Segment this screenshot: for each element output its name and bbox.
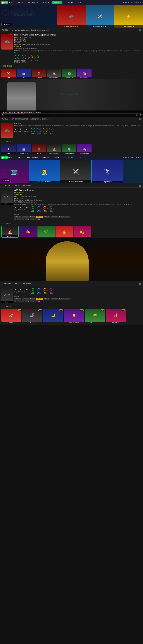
got2-season-2[interactable]: 2Season [22, 298, 29, 300]
rec2-xmen[interactable]: ⚡ X-Men [2, 144, 16, 154]
hero-thumb-spiderman[interactable]: 🕷️ Homem Aranha Long... [57, 5, 86, 28]
got-rec-3[interactable]: 🌿 [38, 226, 55, 238]
got1-season-6[interactable]: 6Season [51, 216, 58, 218]
got1-season-4[interactable]: 4Season [36, 216, 43, 218]
nav2-item-tvserials[interactable]: TV SERIALS [63, 156, 76, 159]
nav2-item-about[interactable]: ABOUT [77, 156, 86, 159]
got2-action-favorite[interactable]: ♥ Favorite [18, 288, 23, 294]
nav-item-about[interactable]: ABOUT [77, 1, 86, 4]
got-rec-4[interactable]: 🔥 [56, 226, 73, 238]
rec-resident[interactable]: 🧟 Ident Evil Versi... [47, 68, 61, 78]
got2-ep-7[interactable]: 7 [30, 300, 32, 302]
got2-ep-2[interactable]: 2 [17, 300, 19, 302]
got1-season-5[interactable]: 5Season [44, 216, 50, 218]
nav2-item-movies[interactable]: MOVIES [52, 156, 62, 159]
navbar-movies: play +Plus LIVE TV RECOMMEND NEWEST MOVI… [0, 0, 143, 5]
got1-director: Director: David Benioff, D.B. Weis [14, 196, 142, 197]
got2-ep-10[interactable]: 10 [38, 300, 40, 302]
got1-season-prev[interactable]: < Season [14, 216, 22, 218]
got2-ep-5[interactable]: 5 [24, 300, 27, 302]
got1-ep-4[interactable]: 4 [22, 218, 24, 220]
all-serials-button[interactable]: All Serials [1, 179, 10, 182]
action-stat4: 46 46% [49, 128, 54, 134]
nav2-item-newest[interactable]: NEWEST [41, 156, 51, 159]
got1-ep-9[interactable]: 9 [35, 218, 37, 220]
action-reviews[interactable]: ★ Reviews [24, 128, 29, 134]
got2-season-title[interactable]: title > [65, 298, 70, 300]
serial-thumb-got[interactable]: ⚔️ GOT Game of thrones [60, 160, 92, 183]
rec2-alita[interactable]: 🤖 Alita Anjo de C... [16, 144, 31, 154]
got-rec-5[interactable]: 💫 [74, 226, 91, 238]
final-rec-charmed[interactable]: ✨ 7.9 CHARMED [106, 309, 126, 324]
rec2-machine[interactable]: ⚙️ A Maquine do... [62, 144, 76, 154]
got1-ep-10[interactable]: 10 [38, 218, 40, 220]
got1-action-play[interactable]: ▶ Play [14, 206, 17, 212]
rec-resident-label: Ident Evil Versi... [47, 76, 61, 78]
movie2-section-header: MOVIES → Homem Aranha Longe de Casa ( ve… [0, 117, 143, 121]
hero-thumb-toystory[interactable]: 🚀 Toy Story 4 (versao ci... [86, 5, 114, 28]
got2-ep-1[interactable]: 1 [14, 300, 16, 302]
got-rec-black[interactable]: ⛵ BLACK... [2, 226, 18, 238]
rec2-adventure[interactable]: 🎭 Uma Aventura... [77, 144, 92, 154]
got2-ep-4[interactable]: 4 [22, 300, 24, 302]
got2-season-7[interactable]: 7Season [58, 298, 65, 300]
final-rec-orphan[interactable]: 🧬 8.7 Orphan Black [22, 309, 42, 324]
nav2-item-livetv[interactable]: LIVE TV [15, 156, 24, 159]
rec-machine[interactable]: ⚙️ A Maquine do... [62, 68, 76, 78]
serial-thumb-gooddoctor[interactable]: 👨‍⚕️ The Good Doctor 👁 [28, 160, 60, 183]
nav-item-recommend[interactable]: RECOMMEND [26, 1, 40, 4]
got2-ep-6[interactable]: 6 [27, 300, 29, 302]
got1-actions: ▶ Play ♥ Favorite ★ Reviews 350 350(1%) … [14, 206, 142, 212]
got1-action-reviews[interactable]: ★ Reviews [24, 206, 29, 212]
got1-season-7[interactable]: 7Season [58, 216, 65, 218]
action-play[interactable]: ▶ Play [14, 128, 17, 134]
got-rec-2[interactable]: 🎭 [20, 226, 36, 238]
got2-season-6[interactable]: 6Season [51, 298, 58, 300]
nav-item-newest[interactable]: NEWEST [41, 1, 51, 4]
hero-thumb-pikachu[interactable]: ⚡ Detective Pikachu [114, 5, 143, 28]
got2-season-3[interactable]: 3Season [29, 298, 36, 300]
got1-info: GOT Game of Thrones Runtime: 57min Score… [14, 189, 142, 220]
final-rec-station19[interactable]: 🚒 8.8 STATION 19 [2, 309, 22, 324]
rec-gladiator[interactable]: ⚔️ Gladiator [2, 68, 16, 78]
action-favorite[interactable]: ♥ Favorite [18, 128, 23, 134]
got1-season-title[interactable]: title > [65, 216, 70, 218]
got1-reviews-icon: ★ [26, 206, 28, 209]
got2-season-4[interactable]: 4Season [36, 298, 43, 300]
final-rec-shadow[interactable]: 🌙 8.5 Shadow hunters [43, 309, 63, 324]
rec-pompeia[interactable]: 🌋 POMPEIA [32, 68, 46, 78]
got2-action-play[interactable]: ▶ Play [14, 288, 17, 294]
got1-ep-2[interactable]: 2 [17, 218, 19, 220]
rec-adventure[interactable]: 🎭 Uma Aventura... [77, 68, 92, 78]
serial-thumb-bigbang[interactable]: 🔭 The Big Bang The... [92, 160, 123, 183]
got2-ep-9[interactable]: 9 [35, 300, 37, 302]
got2-season-5[interactable]: 5Season [44, 298, 50, 300]
got2-season-prev[interactable]: < Season [14, 298, 22, 300]
got2-ep-3[interactable]: 3 [20, 300, 22, 302]
hero-banner: CINEMA All Movies 🕷️ Homem Aranha Long..… [0, 5, 143, 28]
logo: play +Plus [2, 1, 12, 4]
got1-season-3[interactable]: 3Season [29, 216, 36, 218]
rec2-resident[interactable]: 🧟 Ident Evil Versi... [47, 144, 61, 154]
got1-action-favorite[interactable]: ♥ Favorite [18, 206, 23, 212]
got1-ep-7[interactable]: 7 [30, 218, 32, 220]
got1-ep-5[interactable]: 5 [24, 218, 27, 220]
got2-ep-8[interactable]: 8 [32, 300, 34, 302]
serial-thumb-got-label: GOT Game of thrones [60, 180, 91, 183]
rec-alita[interactable]: 🤖 Alita [16, 68, 31, 78]
got2-action-reviews[interactable]: ★ Reviews [24, 288, 29, 294]
nav-item-movies[interactable]: MOVIES [52, 1, 62, 4]
rec2-pompeia[interactable]: 🌋 POMPEIA [32, 144, 46, 154]
player-progress-bar[interactable] [2, 113, 142, 114]
final-rec-vanhelsing[interactable]: 🧛 7.5 VAN HELSING [64, 309, 84, 324]
got1-season-2[interactable]: 2Season [22, 216, 29, 218]
got1-ep-6[interactable]: 6 [27, 218, 29, 220]
nav2-item-recommend[interactable]: RECOMMEND [26, 156, 40, 159]
got1-ep-1[interactable]: 1 [14, 218, 16, 220]
final-rec-wynonna[interactable]: 🔫 8.1 Wynonna Earp [85, 309, 105, 324]
got1-ep-8[interactable]: 8 [32, 218, 34, 220]
all-movies-button[interactable]: All Movies [2, 23, 12, 26]
got1-ep-3[interactable]: 3 [20, 218, 22, 220]
nav-item-tvserials[interactable]: TV SERIALS [63, 1, 76, 4]
nav-item-livetv[interactable]: LIVE TV [15, 1, 24, 4]
